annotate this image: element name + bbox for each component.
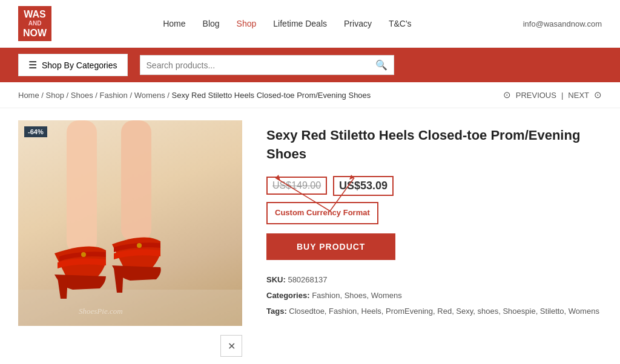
search-box: 🔍 — [140, 55, 394, 75]
old-price: US$149.00 — [272, 180, 321, 190]
nav-home[interactable]: Home — [163, 19, 185, 28]
search-button[interactable]: 🔍 — [375, 59, 388, 71]
new-price: US$53.09 — [339, 180, 388, 192]
custom-currency-annotation: Custom Currency Format — [266, 202, 602, 224]
logo[interactable]: WAS AND NOW — [18, 6, 51, 41]
svg-point-3 — [81, 252, 86, 257]
tags-label: Tags: — [266, 307, 289, 316]
nav-lifetime-deals[interactable]: Lifetime Deals — [273, 19, 327, 28]
breadcrumb-shop[interactable]: Shop — [46, 91, 64, 100]
circle-left-icon: ⊙ — [503, 89, 511, 100]
logo-now: NOW — [23, 27, 47, 39]
svg-text:ShoesPie.com: ShoesPie.com — [79, 307, 123, 316]
sku-row: SKU: 580268137 — [266, 272, 602, 288]
categories-row: Categories: Fashion, Shoes, Womens — [266, 288, 602, 304]
sku-value: 580268137 — [288, 275, 327, 284]
categories-label: Shop By Categories — [42, 60, 117, 70]
product-title: Sexy Red Stiletto Heels Closed-toe Prom/… — [266, 126, 602, 164]
circle-right-icon: ⊙ — [594, 89, 602, 100]
tags-value: Closedtoe, Fashion, Heels, PromEvening, … — [289, 307, 599, 316]
svg-rect-2 — [121, 120, 151, 241]
prices-row: US$149.00 US$53.09 — [266, 176, 602, 196]
new-price-box: US$53.09 — [333, 176, 394, 196]
nav-blog[interactable]: Blog — [203, 19, 220, 28]
breadcrumb-shoes[interactable]: Shoes — [71, 91, 93, 100]
nav-tcs[interactable]: T&C's — [389, 19, 412, 28]
hamburger-icon: ☰ — [28, 59, 37, 71]
svg-point-4 — [137, 243, 142, 248]
search-icon: 🔍 — [375, 60, 388, 70]
sku-label: SKU: — [266, 275, 286, 284]
search-input[interactable] — [147, 60, 375, 70]
price-annotation-area: US$149.00 US$53.09 Custom Currency Forma… — [266, 176, 602, 224]
next-link[interactable]: NEXT — [568, 91, 589, 100]
custom-currency-label: Custom Currency Format — [266, 202, 378, 224]
main-nav: Home Blog Shop Lifetime Deals Privacy T&… — [163, 19, 411, 28]
logo-was: WAS — [24, 8, 45, 20]
shoe-illustration: ShoesPie.com — [18, 120, 242, 326]
red-bar: ☰ Shop By Categories 🔍 — [0, 48, 620, 82]
discount-badge: -64% — [24, 126, 47, 137]
header-email: info@wasandnow.com — [523, 19, 602, 28]
categories-value: Fashion, Shoes, Womens — [312, 291, 402, 300]
logo-and: AND — [28, 20, 42, 27]
close-button-area: ✕ — [18, 335, 242, 357]
product-details: Sexy Red Stiletto Heels Closed-toe Prom/… — [266, 120, 602, 357]
close-icon: ✕ — [228, 340, 236, 352]
buy-product-button[interactable]: BUY PRODUCT — [266, 233, 395, 260]
close-button[interactable]: ✕ — [220, 335, 242, 357]
nav-shop[interactable]: Shop — [237, 19, 257, 28]
header: WAS AND NOW Home Blog Shop Lifetime Deal… — [0, 0, 620, 48]
old-price-box: US$149.00 — [266, 177, 327, 195]
tags-row: Tags: Closedtoe, Fashion, Heels, PromEve… — [266, 304, 602, 319]
breadcrumb-fashion[interactable]: Fashion — [100, 91, 128, 100]
breadcrumb-home[interactable]: Home — [18, 91, 39, 100]
product-image-section: -64% — [18, 120, 242, 357]
prev-next-nav: ⊙ PREVIOUS | NEXT ⊙ — [503, 89, 602, 100]
shop-by-categories-button[interactable]: ☰ Shop By Categories — [18, 54, 128, 76]
breadcrumb-bar: Home / Shop / Shoes / Fashion / Womens /… — [0, 82, 620, 108]
previous-link[interactable]: PREVIOUS — [516, 91, 556, 100]
product-meta: SKU: 580268137 Categories: Fashion, Shoe… — [266, 272, 602, 319]
breadcrumb: Home / Shop / Shoes / Fashion / Womens /… — [18, 91, 371, 100]
breadcrumb-womens[interactable]: Womens — [134, 91, 165, 100]
svg-rect-0 — [18, 290, 242, 326]
product-image: ShoesPie.com — [18, 120, 242, 326]
svg-rect-1 — [67, 120, 97, 253]
nav-privacy[interactable]: Privacy — [344, 19, 372, 28]
breadcrumb-current: Sexy Red Stiletto Heels Closed-toe Prom/… — [172, 91, 371, 100]
categories-label: Categories: — [266, 291, 310, 300]
product-area: -64% — [0, 108, 620, 364]
